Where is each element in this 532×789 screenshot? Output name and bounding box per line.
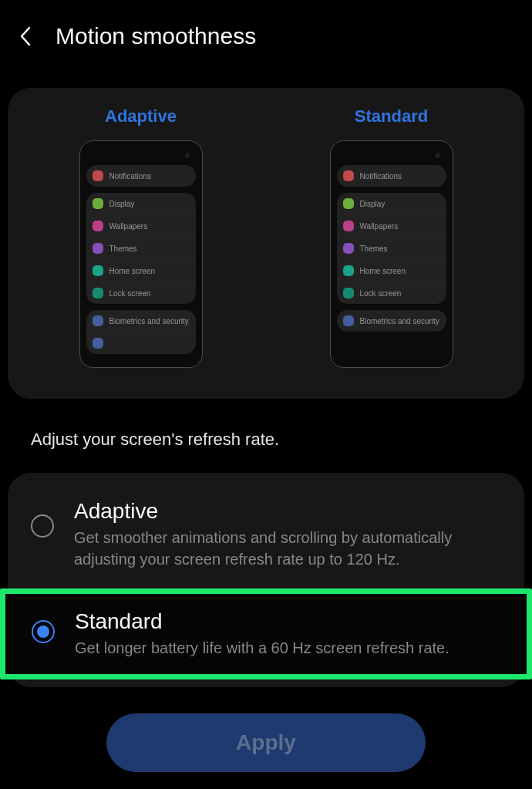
search-icon: ⌕ (337, 149, 446, 165)
preview-item: Notifications (337, 165, 446, 187)
preview-item: Wallpapers (337, 214, 446, 237)
preview-item: Themes (337, 237, 446, 259)
preview-item: Display (86, 193, 196, 214)
options-list: Adaptive Get smoother animations and scr… (8, 473, 524, 687)
back-icon[interactable] (15, 25, 37, 47)
page-title: Motion smoothness (56, 23, 256, 49)
radio-adaptive[interactable] (31, 514, 54, 538)
preview-standard-label: Standard (355, 106, 428, 126)
section-description: Adjust your screen's refresh rate. (0, 422, 532, 465)
preview-item: Themes (86, 237, 196, 259)
preview-standard[interactable]: Standard ⌕ Notifications Display Wallpap… (274, 106, 509, 368)
preview-item: Lock screen (86, 282, 196, 304)
preview-item: Lock screen (337, 282, 446, 304)
preview-card: Adaptive ⌕ Notifications Display Wallpap… (8, 88, 524, 399)
radio-standard[interactable] (32, 620, 55, 643)
preview-item: Home screen (337, 259, 446, 282)
preview-item: Biometrics and security (86, 310, 196, 332)
preview-item: Notifications (86, 165, 196, 187)
option-desc: Get longer battery life with a 60 Hz scr… (75, 637, 500, 659)
preview-item: Wallpapers (86, 214, 196, 237)
header: Motion smoothness (0, 0, 532, 72)
preview-adaptive-label: Adaptive (105, 106, 177, 126)
option-adaptive[interactable]: Adaptive Get smoother animations and scr… (8, 480, 524, 588)
highlighted-selection: Standard Get longer battery life with a … (0, 588, 532, 679)
preview-adaptive[interactable]: Adaptive ⌕ Notifications Display Wallpap… (23, 106, 258, 368)
apply-button[interactable]: Apply (106, 713, 426, 772)
preview-item (86, 332, 196, 354)
phone-frame-adaptive: ⌕ Notifications Display Wallpapers Theme… (79, 140, 203, 368)
preview-item: Display (337, 193, 446, 214)
preview-item: Home screen (86, 259, 196, 282)
option-title: Adaptive (74, 499, 501, 524)
apply-container: Apply (0, 713, 532, 772)
phone-frame-standard: ⌕ Notifications Display Wallpapers Theme… (330, 140, 453, 368)
search-icon: ⌕ (86, 149, 196, 165)
option-standard[interactable]: Standard Get longer battery life with a … (5, 594, 527, 674)
preview-item: Biometrics and security (337, 310, 446, 332)
option-title: Standard (75, 609, 500, 634)
option-desc: Get smoother animations and scrolling by… (74, 527, 501, 570)
